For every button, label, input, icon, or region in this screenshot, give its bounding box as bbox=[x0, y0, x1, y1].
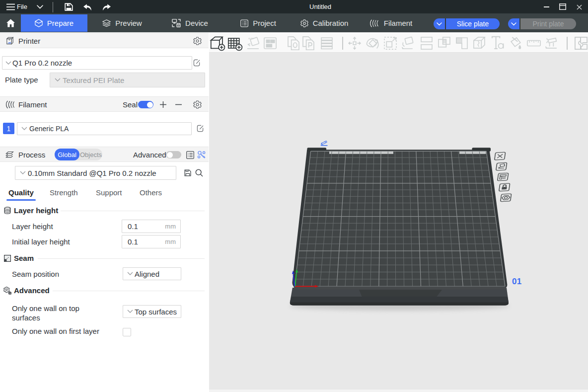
svg-text:01: 01 bbox=[512, 277, 522, 286]
